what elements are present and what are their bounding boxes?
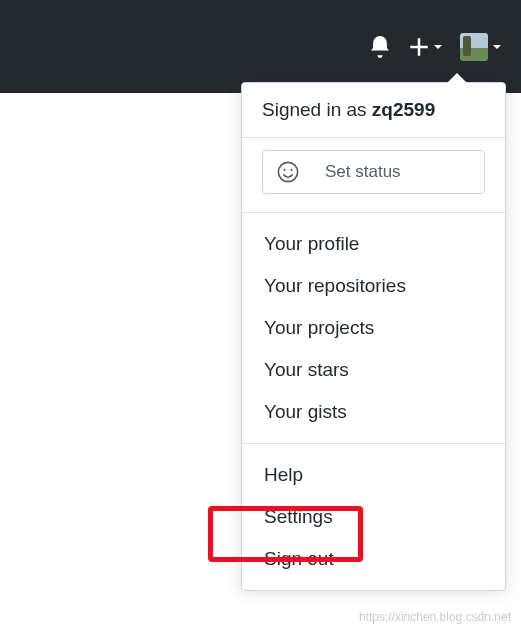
header-bar bbox=[0, 0, 521, 93]
signed-in-prefix: Signed in as bbox=[262, 99, 372, 120]
menu-section-your: Your profile Your repositories Your proj… bbox=[242, 213, 505, 444]
menu-section-account: Help Settings Sign out bbox=[242, 444, 505, 590]
menu-item-stars[interactable]: Your stars bbox=[242, 349, 505, 391]
user-menu-toggle[interactable] bbox=[460, 33, 501, 61]
menu-item-repositories[interactable]: Your repositories bbox=[242, 265, 505, 307]
user-dropdown-menu: Signed in as zq2599 Set status Your prof… bbox=[241, 82, 506, 591]
set-status-label: Set status bbox=[325, 162, 401, 182]
svg-point-2 bbox=[290, 169, 292, 171]
menu-item-projects[interactable]: Your projects bbox=[242, 307, 505, 349]
watermark: https://xinchen.blog.csdn.net bbox=[359, 610, 511, 624]
menu-item-help[interactable]: Help bbox=[242, 454, 505, 496]
chevron-down-icon bbox=[493, 45, 501, 49]
plus-icon bbox=[409, 37, 429, 57]
svg-point-0 bbox=[278, 162, 297, 181]
set-status-button[interactable]: Set status bbox=[262, 150, 485, 194]
menu-item-gists[interactable]: Your gists bbox=[242, 391, 505, 433]
username: zq2599 bbox=[372, 99, 435, 120]
create-new-dropdown[interactable] bbox=[409, 37, 442, 57]
menu-item-sign-out[interactable]: Sign out bbox=[242, 538, 505, 580]
avatar bbox=[460, 33, 488, 61]
chevron-down-icon bbox=[434, 45, 442, 49]
menu-item-settings[interactable]: Settings bbox=[242, 496, 505, 538]
status-section: Set status bbox=[242, 138, 505, 213]
svg-point-1 bbox=[283, 169, 285, 171]
menu-item-profile[interactable]: Your profile bbox=[242, 223, 505, 265]
smiley-icon bbox=[277, 161, 299, 183]
signed-in-label: Signed in as zq2599 bbox=[242, 83, 505, 138]
notifications-icon[interactable] bbox=[369, 36, 391, 58]
